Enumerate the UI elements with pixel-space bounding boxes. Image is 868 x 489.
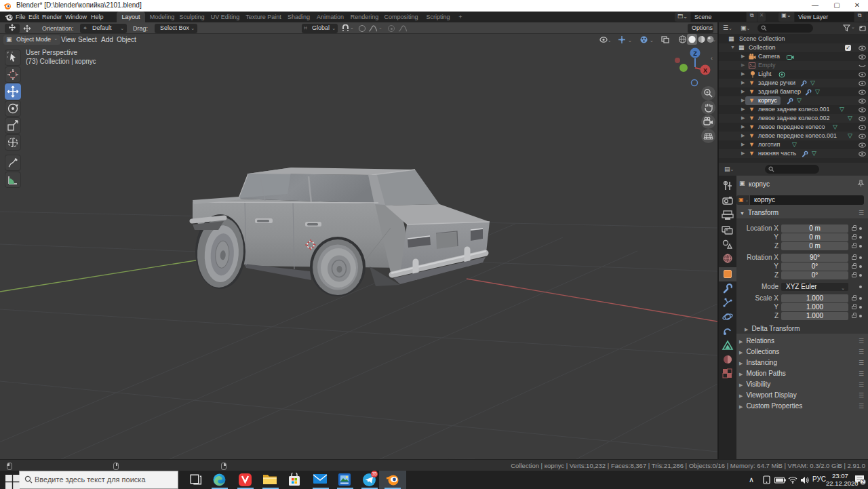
tab-physics[interactable] [719, 311, 736, 325]
eye-icon[interactable] [859, 98, 866, 104]
photos-icon[interactable] [338, 473, 352, 487]
scale-y-field[interactable]: 1.000 [781, 303, 848, 312]
shading-material-icon[interactable] [697, 35, 706, 44]
scene-type-icon[interactable]: 🗔⌄ [675, 12, 690, 22]
tab-scene[interactable] [719, 238, 736, 252]
viewport-menu-select[interactable]: Select [78, 36, 97, 43]
tool-move[interactable] [5, 83, 21, 100]
tray-time[interactable]: 23:07 [832, 472, 848, 480]
gizmo-x-label[interactable]: X [703, 67, 707, 74]
outliner-row-camera[interactable]: ▶ Camera [719, 52, 868, 61]
filter-dropdown-arrow[interactable]: ⌄ [851, 24, 855, 30]
eye-icon[interactable] [859, 134, 866, 139]
animate-dot[interactable] [859, 256, 862, 259]
drag-dropdown[interactable]: Select Box⌄ [155, 24, 197, 33]
lock-icon[interactable]: 🔓 [852, 227, 856, 231]
workspace-tab-compositing[interactable]: Compositing [382, 12, 420, 22]
rotation-mode-dropdown[interactable]: XYZ Euler⌄ [781, 283, 848, 292]
blender-taskbar-button[interactable] [379, 471, 406, 489]
unlink-scene-icon[interactable]: ✕ [757, 12, 766, 22]
workspace-tab-uv-editing[interactable]: UV Editing [209, 12, 241, 22]
new-collection-icon[interactable] [859, 24, 867, 32]
outliner-row-object[interactable]: ▶ ▼ логотип ▽ [719, 140, 868, 149]
overlays-toggle-icon[interactable]: ⌄ [639, 35, 654, 44]
animate-dot[interactable] [859, 306, 862, 309]
rotation-z-field[interactable]: 0° [781, 271, 848, 280]
animate-dot[interactable] [859, 265, 862, 268]
workspace-tab-modeling[interactable]: Modeling [149, 12, 176, 22]
copy-viewlayer-icon[interactable]: ⧉ [854, 12, 865, 22]
eye-icon[interactable] [859, 151, 866, 157]
filter-icon[interactable] [843, 24, 850, 32]
shading-solid-icon[interactable] [687, 34, 697, 45]
tab-texture[interactable] [719, 368, 736, 382]
location-y-field[interactable]: 0 m [781, 233, 848, 242]
tab-modifiers[interactable] [719, 282, 736, 296]
tab-tool[interactable] [719, 180, 736, 194]
workspace-tab-shading[interactable]: Shading [285, 12, 312, 22]
edge-icon[interactable] [212, 473, 226, 487]
mail-icon[interactable] [313, 473, 327, 487]
rotation-y-field[interactable]: 0° [781, 262, 848, 271]
animate-dot[interactable] [859, 245, 862, 248]
tab-render[interactable] [719, 195, 736, 209]
eye-icon[interactable] [859, 142, 866, 148]
scene-name-field[interactable]: Scene [691, 12, 746, 22]
section-visibility[interactable]: ▶Visibility☰ [736, 379, 868, 390]
shading-wireframe-icon[interactable] [678, 35, 687, 44]
zoom-button[interactable] [701, 86, 715, 100]
tab-view-layer[interactable] [719, 224, 736, 238]
outliner-row-korpus[interactable]: ▶ ▼ корпус ▽ [719, 96, 868, 105]
outliner-display-mode-icon[interactable]: ☰⌄ [723, 24, 732, 31]
workspace-tab-add[interactable]: + [456, 12, 465, 22]
viewport-menu-object[interactable]: Object [117, 36, 136, 43]
animate-dot[interactable] [859, 236, 862, 239]
panel-menu-icon[interactable]: ☰ [859, 210, 864, 216]
pin-icon[interactable] [857, 180, 865, 187]
viewlayer-name-field[interactable]: View Layer [795, 12, 854, 22]
outliner-row-object[interactable]: ▶ ▼ задний бампер ▽ [719, 87, 868, 96]
eye-icon[interactable] [859, 45, 866, 51]
falloff-curve-icon[interactable] [368, 25, 378, 32]
ms-store-icon[interactable] [288, 473, 302, 487]
viewport-menu-add[interactable]: Add [101, 36, 113, 43]
task-view-button[interactable] [189, 473, 203, 487]
workspace-tab-texture-paint[interactable]: Texture Paint [244, 12, 283, 22]
section-motion-paths[interactable]: ▶Motion Paths☰ [736, 368, 868, 379]
tool-select-box[interactable] [5, 50, 21, 66]
xray-toggle-icon[interactable] [661, 36, 670, 43]
tool-scale[interactable] [5, 117, 21, 134]
blender-menu-icon[interactable] [5, 13, 14, 22]
lock-icon[interactable]: 🔓 [852, 297, 856, 300]
tab-object[interactable] [719, 267, 736, 281]
outliner-row-object[interactable]: ▶ ▼ левое заднее колесо.002 ▽ [719, 114, 868, 123]
notification-icon[interactable]: 2 [854, 475, 865, 485]
outliner-filter-type-icon[interactable]: ▣⌄ [741, 24, 750, 31]
shading-dropdown-arrow[interactable]: ⌄ [712, 37, 716, 43]
tray-battery-icon[interactable] [774, 477, 786, 484]
eye-icon[interactable] [859, 90, 866, 95]
car-model[interactable] [192, 168, 490, 296]
location-z-field[interactable]: 0 m [781, 242, 848, 251]
location-x-field[interactable]: 0 m [781, 224, 848, 233]
workspace-tab-animation[interactable]: Animation [315, 12, 346, 22]
remove-viewlayer-icon[interactable] [865, 12, 868, 22]
object-type-dropdown[interactable]: ▣⌄ [736, 195, 749, 205]
viewlayer-type-icon[interactable]: ▣⌄ [778, 12, 794, 22]
vivaldi-icon[interactable] [238, 473, 252, 487]
lock-icon[interactable]: 🔓 [852, 306, 856, 309]
tool-measure[interactable] [5, 172, 21, 188]
outliner-row-object[interactable]: ▶ ▼ левое переднее колесо ▽ [719, 123, 868, 132]
move-tool-mini-icon[interactable] [23, 24, 31, 33]
eye-icon[interactable] [859, 107, 866, 113]
collection-checkbox[interactable]: ✓ [845, 45, 851, 51]
tab-world[interactable] [719, 252, 736, 267]
tray-date[interactable]: 22.12.2020 [826, 480, 859, 487]
tray-expand-chevron[interactable]: ∧ [749, 475, 754, 484]
telegram-icon[interactable]: 35 [362, 473, 376, 487]
options-dropdown[interactable]: Options⌄ [688, 24, 713, 33]
maximize-button[interactable]: ▢ [828, 1, 846, 11]
start-button[interactable] [5, 475, 20, 489]
object-name-field[interactable]: корпус [750, 195, 864, 205]
file-explorer-icon[interactable] [262, 473, 277, 487]
